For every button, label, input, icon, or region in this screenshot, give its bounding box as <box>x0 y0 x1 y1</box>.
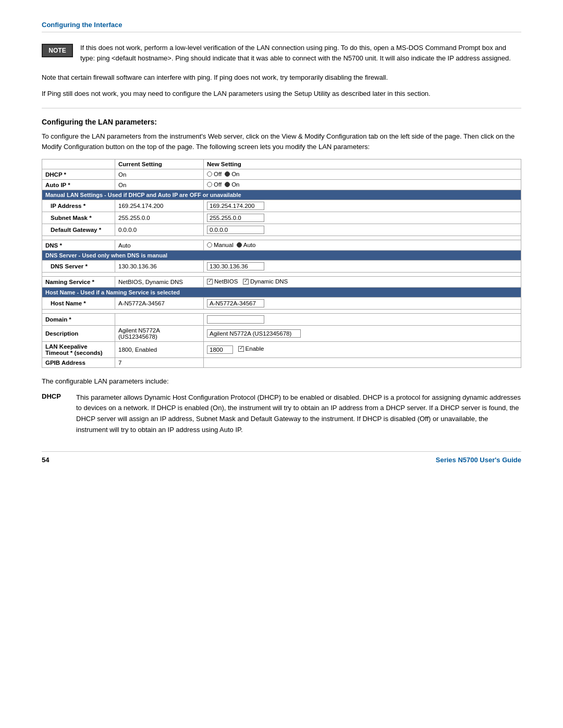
row-new-namingservice[interactable]: NetBIOS Dynamic DNS <box>204 277 521 288</box>
section-label-dns: DNS Server - Used only when DNS is manua… <box>42 251 521 261</box>
table-row: Default Gateway * 0.0.0.0 0.0.0.0 <box>42 224 521 236</box>
col-header-current: Current Setting <box>115 159 204 169</box>
note-text: If this does not work, perform a low-lev… <box>80 43 521 63</box>
row-new-hostname[interactable]: A-N5772A-34567 <box>204 297 521 309</box>
row-current-autoip: On <box>115 180 204 190</box>
dhcp-text: This parameter allows Dynamic Host Confi… <box>76 392 521 436</box>
row-label-ipaddress: IP Address * <box>42 200 115 212</box>
row-new-subnetmask[interactable]: 255.255.0.0 <box>204 212 521 224</box>
footer-page-number: 54 <box>42 456 49 464</box>
table-row: IP Address * 169.254.174.200 169.254.174… <box>42 200 521 212</box>
table-row: DNS Server * 130.30.136.36 130.30.136.36 <box>42 261 521 273</box>
note-box: NOTE If this does not work, perform a lo… <box>42 43 521 63</box>
row-label-description: Description <box>42 325 115 341</box>
configurable-intro: The configurable LAN parameters include: <box>42 377 521 385</box>
row-label-subnetmask: Subnet Mask * <box>42 212 115 224</box>
page-footer: 54 Series N5700 User's Guide <box>42 451 521 464</box>
row-label-autoip: Auto IP * <box>42 180 115 190</box>
row-label-dnsserver: DNS Server * <box>42 261 115 273</box>
table-row: Naming Service * NetBIOS, Dynamic DNS Ne… <box>42 277 521 288</box>
row-label-hostname: Host Name * <box>42 297 115 309</box>
row-label-keepalive: LAN Keepalive Timeout * (seconds) <box>42 341 115 357</box>
row-new-keepalive[interactable]: 1800 Enable <box>204 341 521 357</box>
row-current-keepalive: 1800, Enabled <box>115 341 204 357</box>
row-current-dns: Auto <box>115 240 204 251</box>
row-label-gpib: GPIB Address <box>42 357 115 367</box>
section-label-manual: Manual LAN Settings - Used if DHCP and A… <box>42 190 521 200</box>
lan-table: Current Setting New Setting DHCP * On Of… <box>42 159 521 368</box>
row-current-description: Agilent N5772A (US12345678) <box>115 325 204 341</box>
row-new-dhcp[interactable]: Off On <box>204 169 521 180</box>
table-row: Host Name * A-N5772A-34567 A-N5772A-3456… <box>42 297 521 309</box>
table-row: Domain * <box>42 313 521 325</box>
row-label-domain: Domain * <box>42 313 115 325</box>
table-row-empty-2 <box>42 273 521 277</box>
dhcp-section: DHCP This parameter allows Dynamic Host … <box>42 392 521 436</box>
row-current-dhcp: On <box>115 169 204 180</box>
page-header: Configuring the Interface <box>42 21 521 32</box>
row-current-hostname: A-N5772A-34567 <box>115 297 204 309</box>
divider <box>42 108 521 108</box>
row-new-ipaddress[interactable]: 169.254.174.200 <box>204 200 521 212</box>
row-label-dns: DNS * <box>42 240 115 251</box>
table-header-row: Current Setting New Setting <box>42 159 521 169</box>
section-label-hostname: Host Name - Used if a Naming Service is … <box>42 287 521 297</box>
col-header-new: New Setting <box>204 159 521 169</box>
dhcp-label: DHCP <box>42 392 68 436</box>
table-section-row-dns: DNS Server - Used only when DNS is manua… <box>42 251 521 261</box>
row-current-domain <box>115 313 204 325</box>
row-new-autoip[interactable]: Off On <box>204 180 521 190</box>
row-label-namingservice: Naming Service * <box>42 277 115 288</box>
row-label-dhcp: DHCP * <box>42 169 115 180</box>
row-current-defaultgateway: 0.0.0.0 <box>115 224 204 236</box>
row-new-gpib <box>204 357 521 367</box>
row-current-namingservice: NetBIOS, Dynamic DNS <box>115 277 204 288</box>
section-body: To configure the LAN parameters from the… <box>42 131 521 153</box>
row-new-domain[interactable] <box>204 313 521 325</box>
table-section-row-hostname: Host Name - Used if a Naming Service is … <box>42 287 521 297</box>
paragraph-2: If Ping still does not work, you may nee… <box>42 89 521 100</box>
row-label-defaultgateway: Default Gateway * <box>42 224 115 236</box>
row-new-defaultgateway[interactable]: 0.0.0.0 <box>204 224 521 236</box>
table-row: DNS * Auto Manual Auto <box>42 240 521 251</box>
table-row-empty-1 <box>42 236 521 240</box>
row-new-description[interactable]: Agilent N5772A (US12345678) <box>204 325 521 341</box>
table-row: Subnet Mask * 255.255.0.0 255.255.0.0 <box>42 212 521 224</box>
table-row: GPIB Address 7 <box>42 357 521 367</box>
table-row: Description Agilent N5772A (US12345678) … <box>42 325 521 341</box>
row-current-ipaddress: 169.254.174.200 <box>115 200 204 212</box>
table-row: Auto IP * On Off On <box>42 180 521 190</box>
row-current-subnetmask: 255.255.0.0 <box>115 212 204 224</box>
row-current-dnsserver: 130.30.136.36 <box>115 261 204 273</box>
col-header-label <box>42 159 115 169</box>
section-heading: Configuring the LAN parameters: <box>42 118 521 126</box>
row-new-dnsserver[interactable]: 130.30.136.36 <box>204 261 521 273</box>
note-label: NOTE <box>42 44 73 57</box>
footer-guide-title: Series N5700 User's Guide <box>436 456 521 464</box>
page-title: Configuring the Interface <box>42 21 123 29</box>
row-current-gpib: 7 <box>115 357 204 367</box>
row-new-dns[interactable]: Manual Auto <box>204 240 521 251</box>
paragraph-1: Note that certain firewall software can … <box>42 72 521 83</box>
table-row: DHCP * On Off On <box>42 169 521 180</box>
table-row: LAN Keepalive Timeout * (seconds) 1800, … <box>42 341 521 357</box>
table-section-row-manual: Manual LAN Settings - Used if DHCP and A… <box>42 190 521 200</box>
table-row-empty-3 <box>42 309 521 313</box>
